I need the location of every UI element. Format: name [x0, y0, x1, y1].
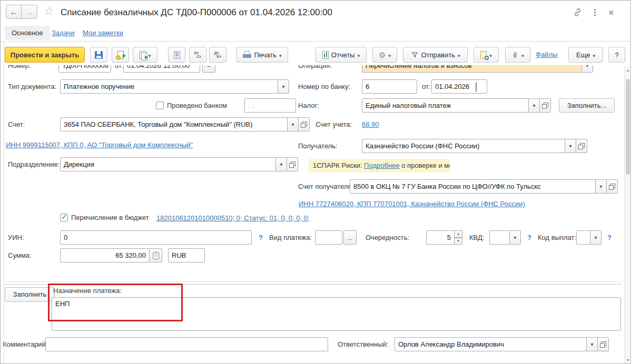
print-button[interactable]: Печать — [236, 47, 288, 63]
tab-main[interactable]: Основное — [5, 26, 50, 40]
post-and-close-button[interactable]: Провести и закрыть — [5, 47, 85, 63]
more-button[interactable]: Еще — [568, 47, 603, 63]
account-dropdown-button[interactable] — [287, 117, 299, 132]
payout-code-dropdown-button[interactable] — [590, 230, 602, 245]
bank-number-field[interactable]: 6 — [362, 79, 417, 94]
get-link-icon[interactable] — [573, 7, 583, 19]
help-button[interactable]: ? — [608, 47, 625, 63]
nav-buttons — [6, 5, 37, 19]
payment-kind-select-button[interactable]: ... — [343, 230, 357, 245]
kvd-field[interactable] — [489, 230, 510, 245]
accounting-account-link[interactable]: 68.90 — [362, 120, 379, 129]
currency-field[interactable]: RUB — [168, 248, 205, 262]
kvd-dropdown-button[interactable] — [509, 230, 521, 245]
payout-code-field[interactable] — [576, 230, 590, 245]
scheduled-tasks-button[interactable] — [474, 47, 499, 63]
amount-calculator-button[interactable] — [149, 248, 162, 262]
operation-field[interactable]: Перечисление налогов и взносов — [362, 65, 582, 73]
payee-account-dropdown-button[interactable] — [595, 179, 607, 194]
save-button[interactable] — [90, 47, 107, 63]
account-open-button[interactable] — [298, 117, 310, 132]
responsible-field[interactable]: Орлов Александр Владимирович — [395, 337, 587, 351]
payee-account-field[interactable]: 8500 в ОКЦ № 7 ГУ Банка России по ЦФО//У… — [350, 179, 596, 194]
calendar-button[interactable] — [476, 83, 477, 92]
budget-transfer-checkbox[interactable] — [60, 214, 68, 221]
more-menu-kebab-icon[interactable] — [594, 8, 596, 17]
tax-open-button[interactable] — [539, 98, 551, 113]
number-field[interactable]: ТД00-П000006 — [58, 65, 111, 73]
operation-label: Операция: — [298, 65, 332, 73]
amount-field[interactable]: 65 320,00 — [60, 248, 150, 262]
payout-code-help-icon[interactable]: ? — [607, 230, 612, 245]
payee-open-button[interactable] — [576, 139, 587, 153]
priority-spinner[interactable]: ▲▼ — [454, 230, 462, 245]
register-records-button[interactable] — [168, 47, 185, 63]
doc-type-field[interactable]: Платежное поручение — [60, 79, 278, 94]
tax-fill-button[interactable]: Заполнить... — [559, 98, 615, 113]
operation-dropdown-button[interactable] — [581, 65, 593, 73]
fill-purpose-button[interactable]: Заполнить — [5, 287, 55, 302]
bank-posted-label: Проведено банком — [167, 98, 227, 113]
responsible-open-button[interactable] — [597, 337, 609, 351]
accounting-account-label: Счет учета: — [316, 117, 352, 132]
payer-inn-link[interactable]: ИНН 9999115007, КПП 0, АО "Торговый дом … — [6, 141, 193, 149]
dtkt-entries-button[interactable]: ДтКт — [209, 47, 226, 63]
payee-dropdown-button[interactable] — [565, 139, 576, 153]
number-label: Номер: — [8, 65, 31, 73]
send-button[interactable]: Отправить — [403, 47, 468, 63]
payee-inn-link[interactable]: ИНН 7727406020, КПП 770701001, Казначейс… — [299, 200, 525, 208]
kvd-help-icon[interactable]: ? — [527, 230, 531, 245]
back-arrow-icon[interactable] — [6, 5, 22, 19]
responsible-dropdown-button[interactable] — [586, 337, 598, 351]
account-field[interactable]: 3654 ПАО СБЕРБАНК, Торговый дом "Комплек… — [60, 117, 288, 132]
uin-field[interactable]: 0 — [60, 230, 252, 245]
tax-dropdown-button[interactable] — [528, 98, 540, 113]
comment-field[interactable] — [45, 337, 328, 351]
gear-icon — [379, 51, 386, 59]
scroll-down-icon[interactable] — [625, 358, 631, 362]
create-based-on-button[interactable] — [133, 47, 157, 63]
drcr-entries-button[interactable]: DrCr — [189, 47, 206, 63]
chevron-down-icon — [489, 51, 492, 59]
department-open-button[interactable] — [287, 157, 298, 171]
bank-date-field[interactable]: 01.04.2026 — [431, 79, 487, 94]
forward-arrow-icon[interactable] — [22, 5, 37, 19]
document-window: Списание безналичных ДС ТД00-П000006 от … — [0, 0, 631, 364]
purpose-textarea[interactable]: ЕНП — [52, 297, 621, 331]
tax-field[interactable]: Единый налоговый платеж — [362, 98, 529, 113]
spark-details-link[interactable]: Подробнее — [364, 161, 399, 169]
vertical-scrollbar[interactable] — [624, 66, 631, 364]
calculator-icon — [153, 252, 159, 259]
tab-tasks[interactable]: Задачи — [52, 26, 75, 40]
department-field[interactable]: Дирекция — [60, 157, 276, 171]
payee-account-open-button[interactable] — [606, 179, 618, 194]
settings-button[interactable] — [372, 47, 397, 63]
payee-field[interactable]: Казначейство России (ФНС России) — [362, 139, 565, 153]
files-link[interactable]: Файлы — [536, 50, 557, 58]
post-document-button[interactable] — [112, 47, 129, 63]
scroll-up-icon[interactable] — [625, 68, 631, 73]
budget-details-link[interactable]: 18201061201010000510; 0; Статус: 01; 0; … — [156, 214, 309, 223]
splitter-dashed-line[interactable] — [5, 284, 621, 285]
favorite-star-icon[interactable] — [44, 5, 54, 17]
title-bar: Списание безналичных ДС ТД00-П000006 от … — [1, 1, 630, 25]
spinner-up-icon[interactable]: ▲ — [454, 230, 462, 238]
document-date-field[interactable]: 01.04.2026 12:00:00 — [123, 65, 200, 73]
document-date-button[interactable]: = — [202, 65, 215, 73]
bank-posted-checkbox[interactable] — [156, 102, 164, 109]
doc-type-dropdown-button[interactable] — [278, 79, 289, 94]
reports-button[interactable]: Отчеты — [316, 47, 367, 63]
payment-kind-field[interactable] — [315, 230, 342, 245]
tab-my-notes[interactable]: Мои заметки — [83, 26, 123, 40]
attachments-button[interactable] — [505, 47, 530, 63]
spinner-down-icon[interactable]: ▼ — [454, 238, 462, 245]
bank-posted-date-field[interactable]: . . — [244, 98, 296, 113]
open-icon — [542, 103, 548, 109]
uin-help-icon[interactable]: ? — [259, 230, 263, 245]
priority-field[interactable]: 5 — [426, 230, 455, 245]
close-icon[interactable] — [608, 8, 614, 17]
open-icon — [600, 341, 606, 348]
doc-type-label: Тип документа: — [8, 79, 56, 94]
scrollbar-thumb[interactable] — [626, 79, 630, 175]
department-dropdown-button[interactable] — [275, 157, 287, 171]
